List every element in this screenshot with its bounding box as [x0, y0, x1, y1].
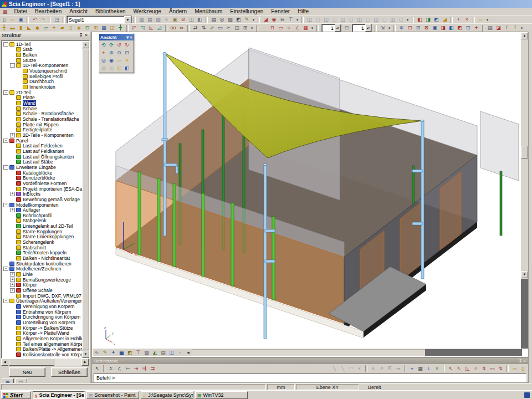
tree-item-schale[interactable]: Schale	[2, 106, 82, 111]
tree-item-2d-teil[interactable]: −2D-Teil	[2, 90, 82, 95]
tree-item-teile-knoten-koppeln[interactable]: Teile/Knoten koppeln	[2, 250, 82, 256]
view-flag-12[interactable]: ◻	[397, 16, 405, 24]
snap-curve[interactable]: ↝	[394, 365, 402, 372]
view-flag-9[interactable]: ◫	[372, 16, 380, 24]
window-2-button[interactable]: ◨	[424, 16, 432, 24]
tree-item-übertragen-aufteilen-vereinigen[interactable]: −Übertragen/Aufteilen/Vereinigen	[2, 299, 82, 304]
ansicht-titlebar[interactable]: Ansicht ▾ ×	[99, 34, 134, 40]
tree-item-import-dwg-dxf-vrml97[interactable]: Import DWG, DXF, VRML97	[2, 293, 82, 299]
dd-scale[interactable]: ▾	[387, 24, 392, 32]
tree-item-2d-teile-komponenten[interactable]: +2D-Teile - Komponenten	[2, 132, 82, 138]
start-button[interactable]: Start	[1, 391, 31, 399]
tree-horizontal-scrollbar[interactable]: ◀ ▶	[1, 359, 89, 366]
view-flag-1[interactable]: ◫	[305, 16, 314, 24]
open-folder-button[interactable]: ▱	[477, 16, 485, 24]
render-button[interactable]: ◧	[123, 64, 131, 72]
tree-expander-icon[interactable]: +	[10, 208, 15, 212]
trim-tool[interactable]: ▭	[216, 24, 224, 32]
tray-icon[interactable]	[524, 392, 530, 398]
view-flag-4[interactable]: ◻	[330, 16, 339, 24]
stab-tool[interactable]: ╂	[0, 24, 8, 32]
delete-filter-button[interactable]: ×	[463, 16, 471, 24]
select-all-tool[interactable]: ◿	[155, 24, 163, 32]
tree-scroll-down-icon[interactable]: ▼	[82, 351, 89, 358]
project-item-combobox[interactable]: Segel1 ▾	[66, 16, 132, 24]
window-1-button[interactable]: ◧	[416, 16, 424, 24]
tree-item-balken-nichtlinearität[interactable]: Balken - Nichtlinearität	[2, 255, 82, 261]
activity-5[interactable]: ▣	[431, 24, 439, 32]
tree-expander-icon[interactable]: −	[3, 139, 8, 143]
dd-viewflags[interactable]: ▾	[405, 16, 410, 24]
ansicht-close-icon[interactable]: ×	[130, 35, 132, 40]
function-1-button[interactable]: f	[503, 24, 511, 32]
rotate-x-button[interactable]: ⟲	[100, 41, 108, 49]
snap-mid-button[interactable]: ↖	[455, 365, 463, 372]
menu-bearbeiten[interactable]: Bearbeiten	[31, 8, 65, 15]
tree-item-körper[interactable]: +Körper	[2, 283, 82, 288]
move-view-button[interactable]: +	[100, 49, 108, 57]
new-button[interactable]: Neu	[9, 367, 45, 377]
tree-item-platte[interactable]: Platte	[2, 95, 82, 101]
tree-item-innenknoten[interactable]: Innenknoten	[2, 84, 82, 90]
tree-item-projekt-importieren-esa-datei-[interactable]: Projekt importieren (ESA-Datei)	[2, 186, 82, 192]
select-remove-tool[interactable]: ◹	[139, 24, 147, 32]
parallel-draw-tool[interactable]: ⊓	[268, 24, 277, 32]
menu-ansicht[interactable]: Ansicht	[65, 8, 91, 15]
tree-item-last-auf-öffnungskanten[interactable]: Last auf Öffnungskanten	[2, 154, 82, 160]
viewport-scroll-up-icon[interactable]: ▲	[521, 32, 528, 39]
rippen-tool[interactable]: ⊟	[83, 24, 91, 32]
viewport-vertical-scrollbar[interactable]: ▲ ▼	[521, 32, 528, 349]
tree-item-liniengelenk-auf-2d-teil[interactable]: Liniengelenk auf 2D-Teil	[2, 223, 82, 229]
tree-item-panel[interactable]: −Panel	[2, 138, 82, 144]
tree-item-stütze[interactable]: Stütze	[2, 58, 82, 63]
view-flag-5[interactable]: ◫	[339, 16, 347, 24]
tree-item-allgemeinen-körper-in-hohlkörper[interactable]: Allgemeinen Körper in Hohlkörper	[2, 336, 82, 341]
activity-8[interactable]: ◩	[456, 24, 464, 32]
model-3d-scene[interactable]: ×zyx	[93, 32, 522, 349]
disable-button[interactable]: ⊘	[179, 16, 187, 24]
view-flag-8[interactable]: ◻	[364, 16, 372, 24]
tree-item-unterteilung-von-körpern[interactable]: Unterteilung von Körpern	[2, 320, 82, 325]
paint-task-button[interactable]: ▨Screenshot - Paint	[86, 391, 139, 399]
menu-bibliotheken[interactable]: Bibliotheken	[91, 8, 129, 15]
tree-item-stab[interactable]: Stab	[2, 47, 82, 53]
panel-tool[interactable]: ▦	[100, 24, 108, 32]
chart-button[interactable]: ≈	[162, 16, 171, 24]
platte-tool[interactable]: ▰	[58, 24, 66, 32]
table-view-button[interactable]: ▯	[519, 365, 527, 372]
tree-item-balken[interactable]: Balken	[2, 52, 82, 58]
last-tool[interactable]: ╋	[116, 24, 125, 32]
durchbruch-tool[interactable]: ▱	[42, 24, 50, 32]
menu-datei[interactable]: Datei	[11, 8, 31, 15]
befehlszeile-pin-icon[interactable]: ↧	[519, 359, 523, 364]
viewport-scroll-down-icon[interactable]: ▼	[521, 271, 528, 278]
print-button[interactable]: ▤	[209, 16, 218, 24]
tree-item-körper-balken-stütze[interactable]: Körper -> Balken/Stütze	[2, 325, 82, 331]
tree-item-vordefinierte-formen[interactable]: Vordefinierte Formen	[2, 181, 82, 186]
print-preview-button[interactable]: ◎	[218, 16, 226, 24]
tree-item-bewehrung-gemäß-vorlage[interactable]: Bewehrung gemäß Vorlage	[2, 197, 82, 202]
cascade-button[interactable]: ◫	[187, 16, 196, 24]
close-icon[interactable]: ×	[84, 33, 89, 38]
viewport-hscroll-thumb[interactable]	[425, 349, 522, 356]
pointer-button[interactable]: ↖	[93, 365, 101, 372]
picture-gallery-button[interactable]: ▧	[226, 16, 234, 24]
tree-item-last-auf-feldecken[interactable]: Last auf Feldecken	[2, 143, 82, 149]
tree-item-modellkomponenten[interactable]: −Modellkomponenten	[2, 202, 82, 208]
pin-icon[interactable]: ↧	[78, 33, 84, 38]
activity-7[interactable]: ◧	[447, 24, 456, 32]
spinner-2-arrows-icon[interactable]: ▴▾	[365, 24, 371, 32]
stretch-tool[interactable]: ⇗	[208, 24, 216, 32]
multiplier-spinner-2[interactable]: 1 ▴▾	[352, 24, 372, 32]
viewport-vscroll-thumb[interactable]	[521, 146, 528, 158]
table-edit-button[interactable]: ▱	[510, 365, 519, 372]
file-open-button[interactable]: ▱	[8, 16, 17, 24]
dd-modify[interactable]: ▾	[249, 24, 254, 32]
snap-tangent-button[interactable]: ↯	[480, 365, 488, 372]
tree-expander-icon[interactable]: −	[10, 63, 15, 68]
command-input[interactable]: Befehl >	[94, 374, 526, 382]
gallery-button[interactable]: ▥	[137, 16, 146, 24]
pipe-repeat-button[interactable]: ⇉	[149, 365, 157, 372]
tree-expander-icon[interactable]: +	[10, 133, 15, 137]
close-button[interactable]: Schließen	[51, 367, 88, 377]
